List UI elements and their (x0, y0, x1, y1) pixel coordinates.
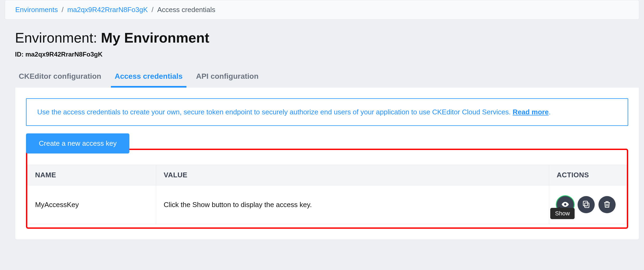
delete-key-button[interactable] (598, 196, 616, 213)
page-header: Environment: My Environment ID: ma2qx9R4… (5, 30, 639, 58)
breadcrumb-link-environments[interactable]: Environments (15, 6, 58, 14)
breadcrumb-link-environment-id[interactable]: ma2qx9R42RrarN8Fo3gK (67, 6, 148, 14)
tooltip-show: Show (550, 208, 575, 219)
info-banner-text: Use the access credentials to create you… (37, 108, 513, 116)
copy-icon (582, 200, 590, 209)
table-header-value: VALUE (156, 165, 549, 185)
access-keys-table: NAME VALUE ACTIONS MyAccessKey Click the… (27, 165, 627, 224)
breadcrumb-separator: / (152, 6, 153, 14)
copy-key-button[interactable] (578, 196, 595, 213)
svg-rect-2 (583, 201, 587, 206)
tab-ckeditor-configuration[interactable]: CKEditor configuration (15, 66, 105, 88)
trash-icon (603, 200, 611, 209)
table-row: MyAccessKey Click the Show button to dis… (28, 185, 627, 224)
create-access-key-button[interactable]: Create a new access key (26, 133, 129, 153)
info-banner-read-more-link[interactable]: Read more (513, 108, 549, 116)
tab-access-credentials[interactable]: Access credentials (111, 66, 186, 88)
svg-point-0 (564, 203, 567, 205)
tab-panel-access-credentials: Use the access credentials to create you… (15, 88, 639, 240)
environment-id-value: ma2qx9R42RrarN8Fo3gK (25, 51, 103, 58)
info-banner-trail: . (549, 108, 551, 116)
environment-id-label: ID: (15, 51, 25, 58)
svg-rect-1 (585, 203, 589, 207)
cell-key-value: Click the Show button to display the acc… (156, 185, 549, 224)
breadcrumb-current: Access credentials (157, 6, 215, 14)
breadcrumb-separator: / (62, 6, 63, 14)
page-title-prefix: Environment: (15, 30, 101, 46)
table-header-name: NAME (28, 165, 156, 185)
environment-id-line: ID: ma2qx9R42RrarN8Fo3gK (15, 51, 639, 58)
cell-key-name: MyAccessKey (28, 185, 156, 224)
page-title: Environment: My Environment (15, 30, 639, 46)
page-title-name: My Environment (101, 30, 209, 46)
cell-actions: Show (549, 185, 627, 224)
tab-api-configuration[interactable]: API configuration (192, 66, 262, 88)
info-banner: Use the access credentials to create you… (26, 98, 628, 126)
tabs: CKEditor configuration Access credential… (5, 66, 639, 88)
table-header-actions: ACTIONS (549, 165, 627, 185)
breadcrumb: Environments / ma2qx9R42RrarN8Fo3gK / Ac… (5, 0, 639, 20)
highlight-outline: NAME VALUE ACTIONS MyAccessKey Click the… (26, 149, 628, 229)
